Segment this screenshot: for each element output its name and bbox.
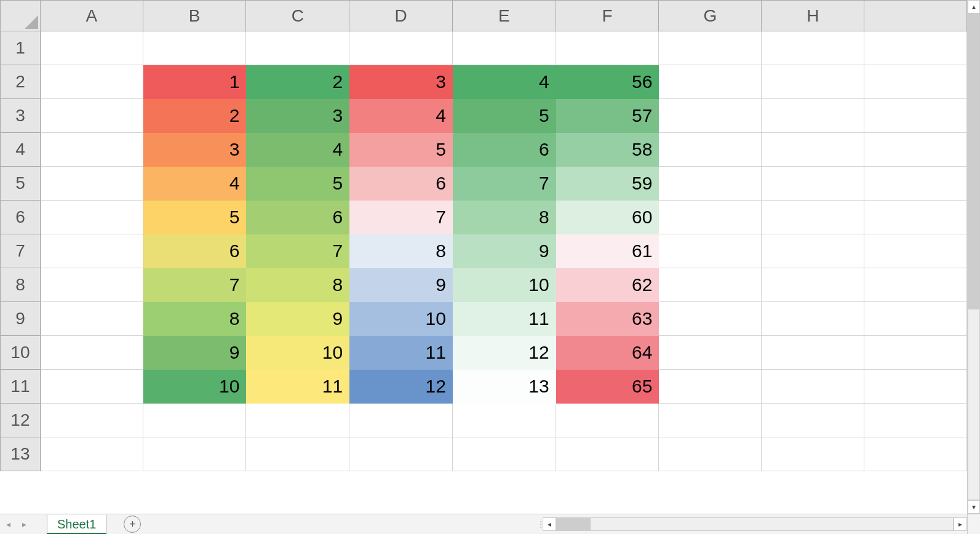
cell-A11[interactable] <box>40 370 143 404</box>
row-header-13[interactable]: 13 <box>1 437 41 471</box>
cell-A7[interactable] <box>40 234 143 268</box>
cell-H1[interactable] <box>762 31 864 65</box>
cell-A8[interactable] <box>40 268 143 302</box>
row-header-9[interactable]: 9 <box>1 302 41 336</box>
cell-E1[interactable] <box>452 31 556 65</box>
cell-E12[interactable] <box>452 404 556 437</box>
cell-G3[interactable] <box>659 99 762 133</box>
column-header-A[interactable]: A <box>40 1 143 31</box>
scroll-right-button[interactable]: ▸ <box>954 517 967 531</box>
cell-G9[interactable] <box>659 302 762 336</box>
cell-H4[interactable] <box>762 133 864 167</box>
cell-E11[interactable]: 13 <box>452 370 556 404</box>
cell-D13[interactable] <box>349 437 453 471</box>
row-header-3[interactable]: 3 <box>1 99 41 133</box>
cell-B6[interactable]: 5 <box>143 201 246 234</box>
cell-pad-5[interactable] <box>864 167 967 201</box>
cell-H5[interactable] <box>762 167 864 201</box>
cell-F9[interactable]: 63 <box>556 302 659 336</box>
cell-F8[interactable]: 62 <box>556 268 659 302</box>
cell-C4[interactable]: 4 <box>246 133 349 167</box>
cell-D1[interactable] <box>349 31 453 65</box>
cell-B2[interactable]: 1 <box>143 65 246 99</box>
cell-D2[interactable]: 3 <box>349 65 453 99</box>
cell-E9[interactable]: 11 <box>452 302 556 336</box>
cell-G6[interactable] <box>659 201 762 234</box>
row-header-4[interactable]: 4 <box>1 133 41 167</box>
cell-A3[interactable] <box>40 99 143 133</box>
cell-A5[interactable] <box>40 167 143 201</box>
cell-H2[interactable] <box>762 65 864 99</box>
cell-A10[interactable] <box>40 336 143 370</box>
cell-F4[interactable]: 58 <box>556 133 659 167</box>
cell-F6[interactable]: 60 <box>556 201 659 234</box>
row-header-8[interactable]: 8 <box>1 268 41 302</box>
cell-E4[interactable]: 6 <box>452 133 556 167</box>
cell-G1[interactable] <box>659 31 762 65</box>
cell-C8[interactable]: 8 <box>246 268 349 302</box>
hscroll-thumb[interactable] <box>557 518 591 530</box>
cell-E7[interactable]: 9 <box>452 234 556 268</box>
row-header-5[interactable]: 5 <box>1 167 41 201</box>
cell-H7[interactable] <box>762 234 864 268</box>
cell-D5[interactable]: 6 <box>349 167 453 201</box>
cell-D8[interactable]: 9 <box>349 268 453 302</box>
cell-G2[interactable] <box>659 65 762 99</box>
cell-D4[interactable]: 5 <box>349 133 453 167</box>
column-header-G[interactable]: G <box>659 1 762 31</box>
cell-G12[interactable] <box>659 404 762 437</box>
hscroll-track[interactable] <box>556 517 954 531</box>
cell-G13[interactable] <box>659 437 762 471</box>
cell-C1[interactable] <box>246 31 349 65</box>
cell-C10[interactable]: 10 <box>246 336 349 370</box>
cell-A4[interactable] <box>40 133 143 167</box>
cell-G11[interactable] <box>659 370 762 404</box>
cell-G7[interactable] <box>659 234 762 268</box>
cell-A13[interactable] <box>40 437 143 471</box>
cell-D11[interactable]: 12 <box>349 370 453 404</box>
row-header-10[interactable]: 10 <box>1 336 41 370</box>
cell-B3[interactable]: 2 <box>143 99 246 133</box>
tab-nav-prev[interactable]: ◂ <box>0 516 16 532</box>
cell-E3[interactable]: 5 <box>452 99 556 133</box>
cell-F11[interactable]: 65 <box>556 370 659 404</box>
sheet-tab-active[interactable]: Sheet1 <box>47 515 106 534</box>
column-header-H[interactable]: H <box>762 1 864 31</box>
cell-G8[interactable] <box>659 268 762 302</box>
cell-F13[interactable] <box>556 437 659 471</box>
cell-F12[interactable] <box>556 404 659 437</box>
tab-nav-next[interactable]: ▸ <box>16 516 32 532</box>
cell-pad-11[interactable] <box>864 370 967 404</box>
cell-E13[interactable] <box>452 437 556 471</box>
column-header-D[interactable]: D <box>349 1 453 31</box>
cell-pad-8[interactable] <box>864 268 967 302</box>
cell-F1[interactable] <box>556 31 659 65</box>
cell-B5[interactable]: 4 <box>143 167 246 201</box>
cell-A2[interactable] <box>40 65 143 99</box>
cell-A9[interactable] <box>40 302 143 336</box>
scroll-left-button[interactable]: ◂ <box>543 517 556 531</box>
cell-pad-4[interactable] <box>864 133 967 167</box>
cell-H8[interactable] <box>762 268 864 302</box>
cell-F10[interactable]: 64 <box>556 336 659 370</box>
cell-D3[interactable]: 4 <box>349 99 453 133</box>
column-header-F[interactable]: F <box>556 1 659 31</box>
cell-C12[interactable] <box>246 404 349 437</box>
cell-E8[interactable]: 10 <box>452 268 556 302</box>
cell-A6[interactable] <box>40 201 143 234</box>
cell-H11[interactable] <box>762 370 864 404</box>
cell-pad-13[interactable] <box>864 437 967 471</box>
row-header-12[interactable]: 12 <box>1 404 41 437</box>
cell-C5[interactable]: 5 <box>246 167 349 201</box>
cell-E6[interactable]: 8 <box>452 201 556 234</box>
cell-H6[interactable] <box>762 201 864 234</box>
cell-B7[interactable]: 6 <box>143 234 246 268</box>
new-sheet-button[interactable]: + <box>124 516 141 533</box>
scroll-up-button[interactable]: ▴ <box>968 0 980 14</box>
row-header-1[interactable]: 1 <box>1 31 41 65</box>
cell-G4[interactable] <box>659 133 762 167</box>
cell-F3[interactable]: 57 <box>556 99 659 133</box>
cell-B9[interactable]: 8 <box>143 302 246 336</box>
vscroll-thumb[interactable] <box>968 14 979 309</box>
cell-D6[interactable]: 7 <box>349 201 453 234</box>
